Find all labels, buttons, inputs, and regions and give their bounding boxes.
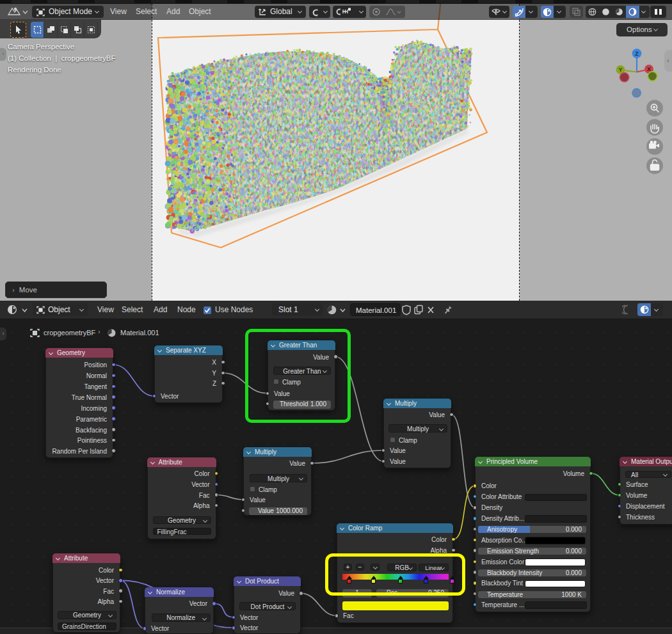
svg-text:Z: Z: [635, 51, 639, 57]
svg-text:Y: Y: [618, 67, 622, 73]
svg-text:X: X: [647, 66, 651, 72]
